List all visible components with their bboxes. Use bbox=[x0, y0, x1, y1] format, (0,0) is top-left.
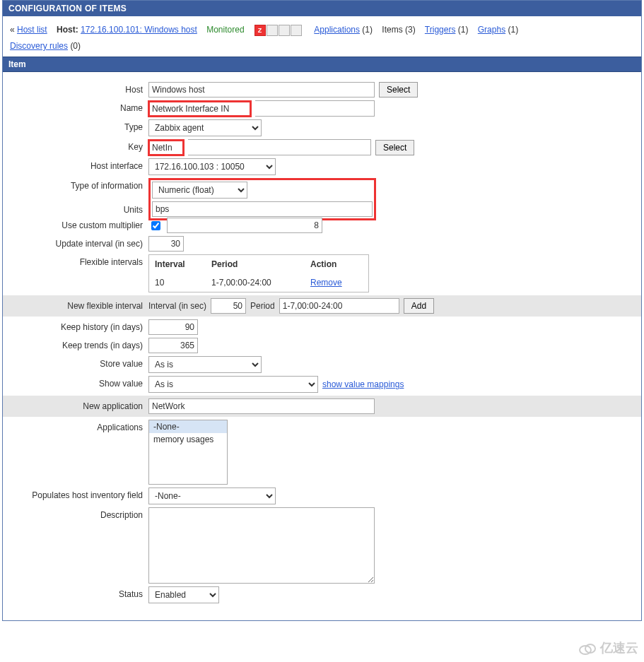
populates-inventory-label: Populates host inventory field bbox=[3, 487, 148, 500]
host-interface-label: Host interface bbox=[3, 158, 148, 171]
graphs-link[interactable]: Graphs bbox=[478, 25, 505, 35]
add-button[interactable]: Add bbox=[404, 298, 434, 314]
remove-link[interactable]: Remove bbox=[310, 278, 342, 288]
show-value-mappings-link[interactable]: show value mappings bbox=[322, 379, 404, 389]
description-textarea[interactable] bbox=[148, 507, 375, 584]
section-title: Item bbox=[3, 57, 641, 72]
key-label: Key bbox=[3, 139, 148, 152]
items-link[interactable]: Items bbox=[382, 25, 402, 35]
applications-label: Applications bbox=[3, 420, 148, 432]
type-info-select[interactable]: Numeric (float) bbox=[152, 182, 247, 199]
page-header: CONFIGURATION OF ITEMS bbox=[3, 1, 641, 16]
update-interval-label: Update interval (in sec) bbox=[3, 236, 148, 249]
applications-link[interactable]: Applications bbox=[314, 25, 360, 35]
ipmi-icon bbox=[291, 25, 302, 36]
type-select[interactable]: Zabbix agent bbox=[148, 119, 262, 136]
host-interface-select[interactable]: 172.16.100.103 : 10050 bbox=[148, 158, 276, 175]
table-row: 10 1-7,00:00-24:00 Remove bbox=[149, 273, 368, 292]
interval-sec-label: Interval (in sec) bbox=[148, 301, 206, 311]
multiplier-checkbox[interactable] bbox=[151, 221, 160, 230]
multiplier-field[interactable] bbox=[167, 218, 322, 233]
description-label: Description bbox=[3, 507, 148, 520]
host-link[interactable]: 172.16.100.101: Windows host bbox=[81, 25, 197, 35]
new-application-label: New application bbox=[3, 398, 148, 411]
new-application-field[interactable] bbox=[148, 398, 375, 414]
status-label: Status bbox=[3, 586, 148, 599]
host-list-link[interactable]: Host list bbox=[17, 25, 47, 35]
keep-trends-field[interactable] bbox=[148, 338, 198, 353]
units-field[interactable] bbox=[152, 201, 373, 217]
store-value-label: Store value bbox=[3, 356, 148, 369]
type-info-label: Type of information bbox=[3, 178, 148, 191]
cell-interval: 10 bbox=[155, 278, 211, 288]
new-flexible-label: New flexible interval bbox=[3, 298, 148, 311]
host-label: Host bbox=[3, 82, 148, 95]
keep-history-label: Keep history (in days) bbox=[3, 319, 148, 332]
triggers-link[interactable]: Triggers bbox=[425, 25, 456, 35]
monitored-status: Monitored bbox=[206, 25, 244, 35]
triggers-count: (1) bbox=[458, 25, 469, 35]
show-value-label: Show value bbox=[3, 376, 148, 389]
flexible-intervals-table: Interval Period Action 10 1-7,00:00-24:0… bbox=[148, 254, 369, 292]
units-label: Units bbox=[3, 202, 148, 215]
type-label: Type bbox=[3, 119, 148, 132]
host-label: Host: bbox=[57, 25, 78, 35]
applications-count: (1) bbox=[362, 25, 373, 35]
new-period-field[interactable] bbox=[279, 298, 399, 314]
discovery-rules-link[interactable]: Discovery rules bbox=[10, 41, 68, 51]
cell-period: 1-7,00:00-24:00 bbox=[211, 278, 310, 288]
key-select-button[interactable]: Select bbox=[375, 140, 414, 155]
list-item[interactable]: memory usages bbox=[149, 433, 227, 446]
breadcrumb: « Host list Host: 172.16.100.101: Window… bbox=[3, 16, 641, 41]
flexible-intervals-label: Flexible intervals bbox=[3, 254, 148, 267]
back-chevron: « bbox=[10, 25, 15, 35]
keep-history-field[interactable] bbox=[148, 319, 198, 335]
col-interval: Interval bbox=[155, 259, 211, 269]
host-field[interactable] bbox=[148, 82, 375, 97]
name-field[interactable] bbox=[148, 101, 251, 117]
populates-inventory-select[interactable]: -None- bbox=[148, 487, 276, 504]
multiplier-label: Use custom multiplier bbox=[3, 218, 148, 230]
show-value-select[interactable]: As is bbox=[148, 376, 318, 393]
zabbix-icon: Z bbox=[254, 25, 266, 36]
keep-trends-label: Keep trends (in days) bbox=[3, 338, 148, 350]
status-select[interactable]: Enabled bbox=[148, 586, 219, 603]
discovery-row: Discovery rules (0) bbox=[3, 41, 641, 57]
list-item[interactable]: -None- bbox=[149, 420, 227, 433]
name-label: Name bbox=[3, 100, 148, 113]
new-interval-field[interactable] bbox=[211, 298, 246, 314]
key-field[interactable] bbox=[148, 140, 184, 155]
update-interval-field[interactable] bbox=[148, 236, 184, 252]
store-value-select[interactable]: As is bbox=[148, 356, 262, 373]
snmp-icon bbox=[267, 25, 278, 36]
graphs-count: (1) bbox=[508, 25, 518, 35]
jmx-icon bbox=[279, 25, 290, 36]
col-period: Period bbox=[211, 259, 310, 269]
discovery-count: (0) bbox=[70, 41, 81, 51]
period-label: Period bbox=[250, 301, 275, 311]
items-count: (3) bbox=[405, 25, 416, 35]
host-select-button[interactable]: Select bbox=[379, 82, 418, 97]
item-form: Host Select Name Type Zabbix agent Key bbox=[3, 72, 641, 620]
applications-listbox[interactable]: -None- memory usages bbox=[148, 420, 228, 485]
host-type-icons: Z bbox=[254, 22, 303, 38]
col-action: Action bbox=[310, 259, 363, 269]
